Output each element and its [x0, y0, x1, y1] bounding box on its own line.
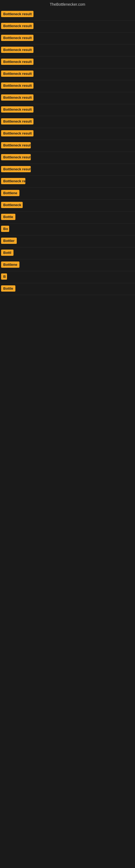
- result-row: Bottlene: [0, 259, 135, 271]
- result-row: Bo: [0, 223, 135, 236]
- result-row: Bottleneck result: [0, 164, 135, 176]
- result-row: Bottleneck result: [0, 104, 135, 116]
- bottleneck-badge[interactable]: Bottle: [1, 285, 15, 291]
- bottleneck-badge[interactable]: Bottleneck re: [1, 178, 26, 184]
- result-row: Bottleneck result: [0, 68, 135, 80]
- result-row: Bottleneck result: [0, 33, 135, 44]
- result-row: Bottleneck result: [0, 9, 135, 21]
- bottleneck-badge[interactable]: Bottleneck result: [1, 130, 34, 136]
- bottleneck-badge[interactable]: B: [1, 273, 7, 280]
- bottleneck-badge[interactable]: Bottleneck result: [1, 166, 31, 172]
- bottleneck-badge[interactable]: Bottleneck result: [1, 142, 31, 148]
- bottleneck-badge[interactable]: Bottleneck result: [1, 118, 34, 124]
- bottleneck-badge[interactable]: Bottle: [1, 214, 15, 220]
- result-row: B: [0, 271, 135, 283]
- result-row: Bottlene: [0, 188, 135, 199]
- bottleneck-badge[interactable]: Bottleneck result: [1, 70, 34, 77]
- bottleneck-badge[interactable]: Bottleneck result: [1, 106, 34, 113]
- result-row: Bottleneck: [0, 199, 135, 212]
- bottleneck-badge[interactable]: Bottleneck result: [1, 94, 34, 101]
- result-row: Bottleneck result: [0, 44, 135, 56]
- result-row: Bottleneck re: [0, 176, 135, 188]
- result-row: Bottleneck result: [0, 128, 135, 140]
- result-row: Bottleneck result: [0, 56, 135, 68]
- bottleneck-badge[interactable]: Bottleneck result: [1, 59, 34, 65]
- bottleneck-badge[interactable]: Bottl: [1, 250, 13, 256]
- result-row: Bottle: [0, 283, 135, 295]
- result-row: Bottleneck result: [0, 80, 135, 92]
- bottleneck-badge[interactable]: Bottler: [1, 238, 17, 244]
- result-row: Bottleneck result: [0, 152, 135, 164]
- bottleneck-badge[interactable]: Bottleneck result: [1, 154, 31, 160]
- result-row: Bottler: [0, 236, 135, 247]
- bottleneck-badge[interactable]: Bottleneck result: [1, 23, 34, 29]
- bottleneck-badge[interactable]: Bottleneck: [1, 202, 23, 208]
- bottleneck-badge[interactable]: Bottlene: [1, 261, 19, 268]
- results-container: Bottleneck resultBottleneck resultBottle…: [0, 9, 135, 295]
- bottleneck-badge[interactable]: Bottleneck result: [1, 46, 34, 53]
- result-row: Bottleneck result: [0, 140, 135, 152]
- result-row: Bottleneck result: [0, 116, 135, 128]
- bottleneck-badge[interactable]: Bottlene: [1, 190, 19, 196]
- result-row: Bottle: [0, 212, 135, 223]
- bottleneck-badge[interactable]: Bo: [1, 226, 9, 232]
- result-row: Bottleneck result: [0, 21, 135, 33]
- site-title: TheBottlenecker.com: [0, 0, 135, 9]
- bottleneck-badge[interactable]: Bottleneck result: [1, 35, 34, 41]
- result-row: Bottl: [0, 247, 135, 259]
- result-row: Bottleneck result: [0, 92, 135, 104]
- bottleneck-badge[interactable]: Bottleneck result: [1, 83, 34, 89]
- bottleneck-badge[interactable]: Bottleneck result: [1, 11, 34, 17]
